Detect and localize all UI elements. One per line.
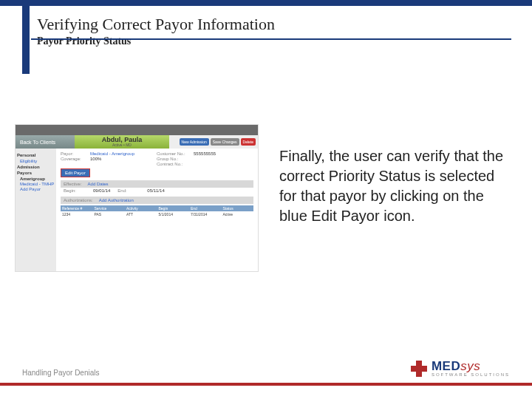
- app-titlebar: [16, 125, 258, 135]
- th-activity: Activity: [125, 205, 157, 211]
- table-row[interactable]: 1234 PAS ATT 5/1/2014 7/31/2014 Active: [61, 211, 253, 217]
- td-end: 7/31/2014: [189, 211, 222, 217]
- td-service: PAS: [93, 211, 126, 217]
- app-screenshot: Back To Clients Abdul, Paula Active • MD…: [15, 124, 259, 272]
- begin-label: Begin:: [64, 188, 93, 193]
- new-admission-button[interactable]: New Admission: [180, 138, 209, 146]
- effective-label: Effective:: [64, 182, 82, 186]
- sidebar-amerigroup[interactable]: Amerigroup: [20, 177, 55, 181]
- sidebar-personal[interactable]: Personal: [17, 153, 55, 157]
- authorizations-table: Reference # Service Activity Begin End S…: [61, 205, 253, 217]
- slide-subtitle: Payor Priority Status: [37, 35, 510, 47]
- save-changes-button[interactable]: Save Changes: [211, 138, 239, 146]
- footer-label: Handling Payor Denials: [22, 369, 100, 377]
- patient-name-banner: Abdul, Paula Active • MD: [75, 135, 169, 149]
- group-no-label: Group No.:: [157, 157, 194, 161]
- payor-label: Payor:: [61, 151, 90, 156]
- edit-payor-button[interactable]: Edit Payor: [61, 168, 90, 177]
- td-reference: 1234: [61, 211, 93, 217]
- sidebar-admission[interactable]: Admission: [17, 165, 55, 169]
- end-value: 05/11/14: [147, 188, 164, 193]
- slide-title: Verifying Correct Payor Information: [37, 15, 510, 34]
- contract-no-label: Contract No.:: [157, 162, 194, 166]
- title-underline: [31, 38, 511, 40]
- app-content: Payor:Medicaid - Amerigroup Coverage:100…: [56, 149, 258, 271]
- slide-header: Verifying Correct Payor Information Payo…: [37, 15, 510, 47]
- th-reference: Reference #: [61, 205, 93, 211]
- patient-status: Active • MD: [112, 143, 132, 147]
- end-label: End:: [117, 188, 147, 193]
- app-sidebar: Personal Eligibility Admission Payors Am…: [16, 149, 56, 271]
- patient-bar: Back To Clients Abdul, Paula Active • MD…: [16, 135, 258, 149]
- instruction-text: Finally, the user can verify that the co…: [279, 146, 516, 226]
- table-header: Reference # Service Activity Begin End S…: [61, 205, 253, 211]
- td-status: Active: [222, 211, 254, 217]
- td-begin: 5/1/2014: [157, 211, 190, 217]
- coverage-value: 100%: [90, 157, 101, 161]
- logo-tagline: SOFTWARE SOLUTIONS: [432, 372, 510, 377]
- coverage-label: Coverage:: [61, 157, 90, 161]
- cross-icon: [411, 361, 427, 377]
- side-accent-bar: [22, 0, 30, 74]
- td-activity: ATT: [125, 211, 157, 217]
- sidebar-eligibility[interactable]: Eligibility: [20, 159, 55, 163]
- add-dates-link[interactable]: Add Dates: [88, 182, 109, 186]
- sidebar-add-payor[interactable]: Add Payor: [20, 187, 55, 191]
- action-buttons: New Admission Save Changes Delete: [169, 135, 258, 149]
- footer-accent-line: [0, 383, 532, 386]
- th-service: Service: [93, 205, 126, 211]
- th-end: End: [189, 205, 222, 211]
- sidebar-medicaid[interactable]: Medicaid - TMHP: [20, 182, 55, 186]
- back-to-clients-button[interactable]: Back To Clients: [16, 135, 75, 149]
- begin-value: 09/01/14: [93, 188, 110, 193]
- sidebar-payors[interactable]: Payors: [17, 171, 55, 175]
- delete-button[interactable]: Delete: [241, 138, 256, 146]
- top-accent-bar: [0, 0, 532, 6]
- medsys-logo: MEDsys SOFTWARE SOLUTIONS: [411, 360, 510, 377]
- add-authorization-link[interactable]: Add Authorization: [99, 198, 134, 202]
- payor-value[interactable]: Medicaid - Amerigroup: [90, 151, 134, 156]
- authorizations-label: Authorizations:: [64, 198, 93, 202]
- th-status: Status: [222, 205, 254, 211]
- th-begin: Begin: [157, 205, 190, 211]
- customer-no-label: Customer No.:: [157, 151, 194, 156]
- customer-no-value: 555555555: [194, 151, 216, 156]
- logo-brand: MEDsys: [432, 360, 510, 372]
